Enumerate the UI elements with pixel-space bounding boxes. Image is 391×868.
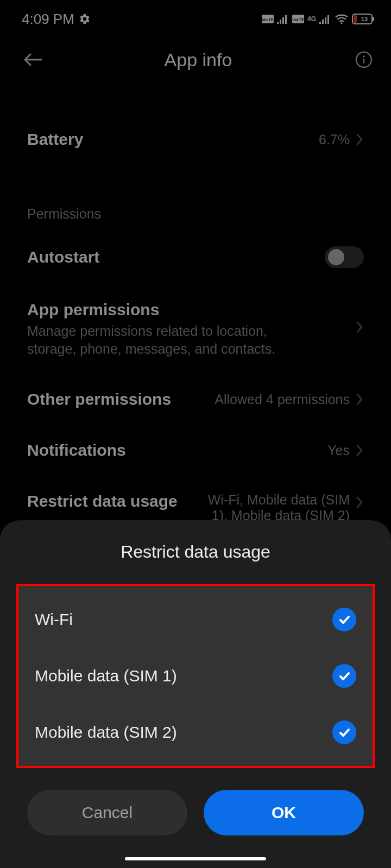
option-label: Mobile data (SIM 1) <box>35 667 177 685</box>
nav-home-indicator[interactable] <box>125 857 266 860</box>
cancel-button[interactable]: Cancel <box>27 790 187 835</box>
sheet-title: Restrict data usage <box>0 542 391 562</box>
ok-button-label: OK <box>272 803 296 822</box>
restrict-data-sheet: Restrict data usage Wi-Fi Mobile data (S… <box>0 520 391 868</box>
option-sim2[interactable]: Mobile data (SIM 2) <box>24 704 367 761</box>
option-label: Mobile data (SIM 2) <box>35 723 177 742</box>
annotation-highlight: Wi-Fi Mobile data (SIM 1) Mobile data (S… <box>16 584 375 768</box>
option-sim1[interactable]: Mobile data (SIM 1) <box>24 648 367 704</box>
checkmark-icon[interactable] <box>332 720 356 744</box>
checkmark-icon[interactable] <box>332 664 356 688</box>
option-label: Wi-Fi <box>35 610 73 629</box>
cancel-button-label: Cancel <box>82 803 133 822</box>
option-wifi[interactable]: Wi-Fi <box>24 591 367 648</box>
checkmark-icon[interactable] <box>332 608 356 631</box>
ok-button[interactable]: OK <box>204 790 364 835</box>
